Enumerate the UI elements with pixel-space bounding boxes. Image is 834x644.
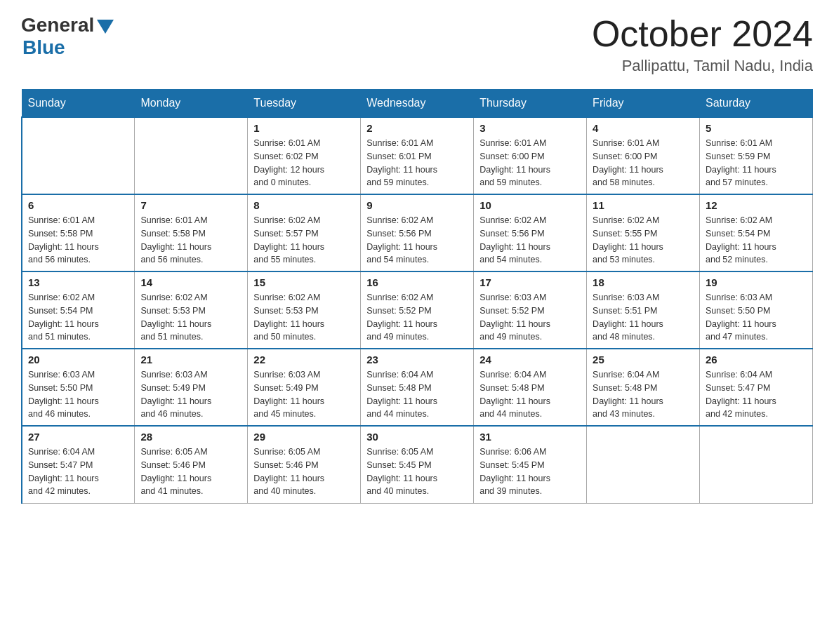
calendar-cell: 14Sunrise: 6:02 AM Sunset: 5:53 PM Dayli… [135,271,248,349]
calendar-cell: 18Sunrise: 6:03 AM Sunset: 5:51 PM Dayli… [587,271,700,349]
calendar-cell: 4Sunrise: 6:01 AM Sunset: 6:00 PM Daylig… [587,117,700,194]
cell-info: Sunrise: 6:05 AM Sunset: 5:45 PM Dayligh… [366,445,468,498]
calendar-cell: 2Sunrise: 6:01 AM Sunset: 6:01 PM Daylig… [361,117,474,194]
cell-date: 17 [479,276,581,288]
calendar-cell: 11Sunrise: 6:02 AM Sunset: 5:55 PM Dayli… [587,194,700,271]
cell-date: 1 [253,122,355,134]
calendar-cell [135,117,248,194]
header-row: SundayMondayTuesdayWednesdayThursdayFrid… [22,90,813,118]
cell-date: 3 [479,122,581,134]
cell-date: 5 [706,122,807,134]
cell-info: Sunrise: 6:05 AM Sunset: 5:46 PM Dayligh… [140,445,241,498]
cell-info: Sunrise: 6:02 AM Sunset: 5:54 PM Dayligh… [706,214,807,267]
cell-info: Sunrise: 6:01 AM Sunset: 6:01 PM Dayligh… [366,137,468,189]
calendar-table: SundayMondayTuesdayWednesdayThursdayFrid… [21,89,813,504]
calendar-cell [587,426,700,503]
main-title: October 2024 [592,14,813,54]
calendar-cell: 16Sunrise: 6:02 AM Sunset: 5:52 PM Dayli… [361,271,474,349]
cell-info: Sunrise: 6:03 AM Sunset: 5:52 PM Dayligh… [479,291,581,344]
calendar-cell: 27Sunrise: 6:04 AM Sunset: 5:47 PM Dayli… [22,426,135,503]
cell-date: 11 [593,199,694,211]
calendar-cell [700,426,813,503]
cell-date: 9 [366,199,468,211]
calendar-cell: 10Sunrise: 6:02 AM Sunset: 5:56 PM Dayli… [474,194,587,271]
cell-date: 8 [253,199,355,211]
calendar-cell: 12Sunrise: 6:02 AM Sunset: 5:54 PM Dayli… [700,194,813,271]
cell-date: 18 [593,276,694,288]
title-section: October 2024 Pallipattu, Tamil Nadu, Ind… [592,14,813,75]
header-day-monday: Monday [135,90,248,118]
cell-info: Sunrise: 6:01 AM Sunset: 6:00 PM Dayligh… [479,137,581,189]
cell-info: Sunrise: 6:05 AM Sunset: 5:46 PM Dayligh… [253,445,355,498]
header-day-thursday: Thursday [474,90,587,118]
cell-date: 20 [28,354,128,365]
calendar-cell: 5Sunrise: 6:01 AM Sunset: 5:59 PM Daylig… [700,117,813,194]
cell-info: Sunrise: 6:02 AM Sunset: 5:57 PM Dayligh… [253,214,355,267]
calendar-cell: 22Sunrise: 6:03 AM Sunset: 5:49 PM Dayli… [248,349,361,426]
calendar-cell: 24Sunrise: 6:04 AM Sunset: 5:48 PM Dayli… [474,349,587,426]
header-day-saturday: Saturday [700,90,813,118]
cell-date: 12 [706,199,807,211]
cell-info: Sunrise: 6:04 AM Sunset: 5:48 PM Dayligh… [479,368,581,421]
week-row-4: 20Sunrise: 6:03 AM Sunset: 5:50 PM Dayli… [22,349,813,426]
calendar-body: 1Sunrise: 6:01 AM Sunset: 6:02 PM Daylig… [22,117,813,503]
cell-date: 23 [366,354,468,365]
week-row-3: 13Sunrise: 6:02 AM Sunset: 5:54 PM Dayli… [22,271,813,349]
cell-date: 31 [479,431,581,443]
cell-date: 30 [366,431,468,443]
calendar-cell: 30Sunrise: 6:05 AM Sunset: 5:45 PM Dayli… [361,426,474,503]
cell-info: Sunrise: 6:01 AM Sunset: 5:58 PM Dayligh… [140,214,241,267]
cell-date: 26 [706,354,807,365]
calendar-cell: 26Sunrise: 6:04 AM Sunset: 5:47 PM Dayli… [700,349,813,426]
header-day-friday: Friday [587,90,700,118]
cell-date: 15 [253,276,355,288]
calendar-cell: 8Sunrise: 6:02 AM Sunset: 5:57 PM Daylig… [248,194,361,271]
cell-info: Sunrise: 6:02 AM Sunset: 5:56 PM Dayligh… [479,214,581,267]
calendar-cell: 7Sunrise: 6:01 AM Sunset: 5:58 PM Daylig… [135,194,248,271]
calendar-header: SundayMondayTuesdayWednesdayThursdayFrid… [22,90,813,118]
calendar-cell: 13Sunrise: 6:02 AM Sunset: 5:54 PM Dayli… [22,271,135,349]
cell-info: Sunrise: 6:02 AM Sunset: 5:53 PM Dayligh… [140,291,241,344]
calendar-cell: 23Sunrise: 6:04 AM Sunset: 5:48 PM Dayli… [361,349,474,426]
cell-date: 13 [28,276,128,288]
calendar-cell [22,117,135,194]
cell-date: 6 [28,199,128,211]
cell-info: Sunrise: 6:03 AM Sunset: 5:51 PM Dayligh… [593,291,694,344]
cell-info: Sunrise: 6:06 AM Sunset: 5:45 PM Dayligh… [479,445,581,498]
calendar-cell: 6Sunrise: 6:01 AM Sunset: 5:58 PM Daylig… [22,194,135,271]
cell-date: 24 [479,354,581,365]
cell-date: 16 [366,276,468,288]
cell-info: Sunrise: 6:04 AM Sunset: 5:47 PM Dayligh… [28,445,128,498]
cell-date: 2 [366,122,468,134]
logo-blue-text: Blue [22,36,65,59]
cell-date: 4 [593,122,694,134]
header-day-wednesday: Wednesday [361,90,474,118]
cell-info: Sunrise: 6:02 AM Sunset: 5:54 PM Dayligh… [28,291,128,344]
cell-info: Sunrise: 6:01 AM Sunset: 5:58 PM Dayligh… [28,214,128,267]
calendar-cell: 19Sunrise: 6:03 AM Sunset: 5:50 PM Dayli… [700,271,813,349]
calendar-cell: 9Sunrise: 6:02 AM Sunset: 5:56 PM Daylig… [361,194,474,271]
cell-info: Sunrise: 6:02 AM Sunset: 5:53 PM Dayligh… [253,291,355,344]
cell-date: 28 [140,431,241,443]
calendar-cell: 31Sunrise: 6:06 AM Sunset: 5:45 PM Dayli… [474,426,587,503]
calendar-cell: 15Sunrise: 6:02 AM Sunset: 5:53 PM Dayli… [248,271,361,349]
cell-info: Sunrise: 6:04 AM Sunset: 5:48 PM Dayligh… [593,368,694,421]
subtitle: Pallipattu, Tamil Nadu, India [592,57,813,75]
cell-info: Sunrise: 6:02 AM Sunset: 5:55 PM Dayligh… [593,214,694,267]
logo-arrow-icon [97,20,114,34]
calendar-cell: 29Sunrise: 6:05 AM Sunset: 5:46 PM Dayli… [248,426,361,503]
cell-info: Sunrise: 6:03 AM Sunset: 5:49 PM Dayligh… [253,368,355,421]
calendar-cell: 3Sunrise: 6:01 AM Sunset: 6:00 PM Daylig… [474,117,587,194]
logo: General Blue [21,14,114,59]
calendar-cell: 21Sunrise: 6:03 AM Sunset: 5:49 PM Dayli… [135,349,248,426]
cell-info: Sunrise: 6:01 AM Sunset: 6:02 PM Dayligh… [253,137,355,189]
week-row-5: 27Sunrise: 6:04 AM Sunset: 5:47 PM Dayli… [22,426,813,503]
cell-date: 27 [28,431,128,443]
logo-blue-part [94,17,114,34]
cell-date: 25 [593,354,694,365]
week-row-2: 6Sunrise: 6:01 AM Sunset: 5:58 PM Daylig… [22,194,813,271]
calendar-cell: 17Sunrise: 6:03 AM Sunset: 5:52 PM Dayli… [474,271,587,349]
cell-info: Sunrise: 6:01 AM Sunset: 5:59 PM Dayligh… [706,137,807,189]
cell-date: 29 [253,431,355,443]
cell-info: Sunrise: 6:02 AM Sunset: 5:52 PM Dayligh… [366,291,468,344]
